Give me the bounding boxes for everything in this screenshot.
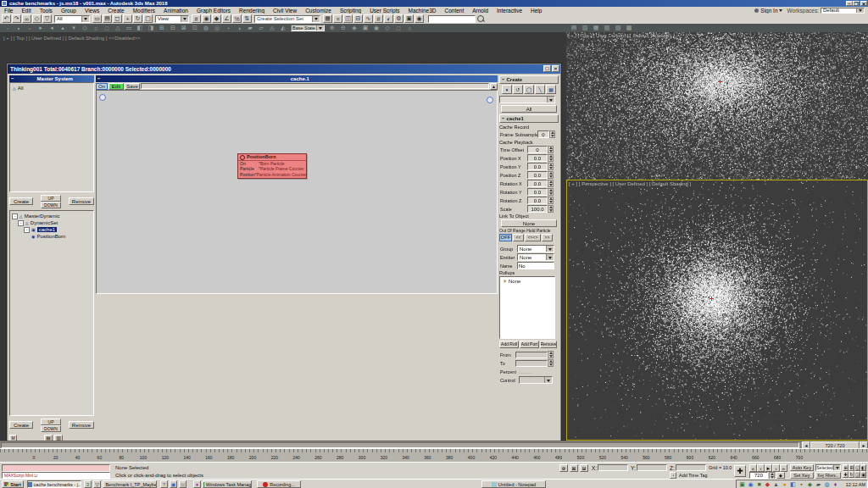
toolbar2-icon[interactable]: ⊠ bbox=[179, 24, 189, 32]
search-input[interactable] bbox=[428, 15, 476, 23]
tray-icon[interactable]: ▪ bbox=[798, 480, 805, 488]
toolbar-icon[interactable]: ⊟ bbox=[353, 14, 363, 23]
off-toggle[interactable]: OFF bbox=[499, 234, 512, 241]
thinking-particles-window[interactable]: Thinking001 Total:0040617 Branch:0000000… bbox=[7, 64, 561, 442]
toolbar2-icon[interactable]: ○ bbox=[91, 24, 101, 32]
viewport-nav-icon[interactable]: ↻ bbox=[849, 471, 854, 478]
node-input-label[interactable]: Position bbox=[238, 173, 255, 177]
auto-key-button[interactable]: Auto Key bbox=[790, 464, 814, 471]
menu-item[interactable]: Arnold bbox=[468, 8, 492, 14]
parameter-field[interactable]: 0.0 bbox=[527, 180, 548, 187]
tray-icon[interactable]: ◆ bbox=[764, 480, 771, 488]
wire-port-icon[interactable] bbox=[487, 97, 493, 103]
toolbar-icon[interactable]: ▤ bbox=[103, 14, 112, 23]
menu-item[interactable]: Group bbox=[57, 8, 81, 14]
menu-item[interactable]: Rendering bbox=[235, 8, 269, 14]
taskbar-icon[interactable]: ▣ bbox=[170, 480, 177, 488]
selection-filter-select[interactable]: All bbox=[54, 15, 90, 23]
toolbar-icon[interactable]: ↶ bbox=[2, 14, 11, 23]
sign-in-button[interactable]: Sign In bbox=[753, 7, 785, 14]
tray-icon[interactable]: ● bbox=[781, 480, 788, 488]
toolbar2-icon[interactable]: ▩ bbox=[624, 24, 634, 32]
viewport-label[interactable]: [ + ] [ Perspective ] [ User Defined ] [… bbox=[569, 181, 691, 186]
toolbar2-icon[interactable]: ▨ bbox=[613, 24, 623, 32]
current-frame-field[interactable]: 720 bbox=[749, 472, 768, 479]
percent-track[interactable]: .......... bbox=[519, 369, 531, 374]
toolbar-icon[interactable]: # bbox=[374, 14, 383, 23]
y-coordinate-field[interactable] bbox=[637, 464, 667, 471]
toolbar-icon[interactable]: ◐ bbox=[384, 14, 393, 23]
toolbar2-icon[interactable]: ▧ bbox=[602, 24, 612, 32]
parameter-field[interactable]: 0.0 bbox=[527, 163, 548, 170]
time-tag-icon[interactable]: ◔ bbox=[670, 472, 676, 479]
toolbar2-icon[interactable]: ▰ bbox=[245, 24, 255, 32]
toolbar2-icon[interactable]: ◭ bbox=[278, 24, 288, 32]
toolbar-icon[interactable]: % bbox=[232, 14, 242, 23]
taskbar-icon[interactable]: ▽ bbox=[93, 480, 101, 488]
create-filter-select[interactable] bbox=[499, 96, 555, 103]
create-tool-icon[interactable]: ▦ bbox=[546, 85, 556, 94]
create-tool-icon[interactable]: ↺ bbox=[513, 85, 523, 94]
control-select[interactable] bbox=[519, 376, 553, 384]
menu-item[interactable]: Animation bbox=[159, 8, 192, 14]
toolbar-icon[interactable]: ◉ bbox=[415, 14, 424, 23]
toolbar2-icon[interactable]: ▤ bbox=[569, 24, 579, 32]
menu-item[interactable]: Views bbox=[81, 8, 103, 14]
expand-icon[interactable]: - bbox=[12, 214, 18, 219]
toolbar2-icon[interactable]: ▾ bbox=[69, 24, 79, 32]
isolate-selection-icon[interactable]: ⊕ bbox=[559, 464, 568, 472]
node-input-value[interactable]: *Particle Animation Counter bbox=[255, 173, 307, 177]
menu-item[interactable]: File bbox=[0, 8, 17, 14]
menu-item[interactable]: Help bbox=[526, 8, 546, 14]
rollup-list-item[interactable]: ✳ None bbox=[500, 277, 554, 285]
menu-item[interactable]: Civil View bbox=[269, 8, 301, 14]
key-mode-icon[interactable]: ◆ bbox=[776, 472, 785, 479]
toolbar-icon[interactable]: ▣ bbox=[404, 14, 414, 23]
node-input-label[interactable]: Particle bbox=[238, 167, 259, 171]
viewport-nav-icon[interactable]: ⊞ bbox=[849, 464, 854, 471]
up-button[interactable]: UP bbox=[41, 419, 61, 425]
toolbar-icon[interactable]: ◆ bbox=[212, 14, 221, 23]
collapse-icon[interactable]: − bbox=[96, 76, 103, 81]
go-to-start-button[interactable]: « bbox=[749, 464, 757, 472]
spinner-control[interactable] bbox=[548, 188, 554, 196]
toolbar2-icon[interactable]: ▣ bbox=[360, 24, 370, 32]
toolbar2-icon[interactable]: ▸ bbox=[36, 24, 46, 32]
down-button[interactable]: DOWN bbox=[41, 202, 61, 208]
spinner-control[interactable] bbox=[548, 205, 554, 213]
scroll-up-icon[interactable]: ▴ bbox=[490, 83, 498, 90]
toolbar2-icon[interactable]: ◔ bbox=[223, 24, 233, 32]
spinner-control[interactable] bbox=[548, 197, 554, 204]
toolbar-icon[interactable]: ▭ bbox=[92, 14, 102, 23]
toolbar-icon[interactable]: ⇅ bbox=[242, 14, 252, 23]
rollups-listbox[interactable]: ✳ None bbox=[499, 276, 555, 339]
toolbar-icon[interactable]: ↻ bbox=[133, 14, 142, 23]
toolbar-icon[interactable]: ∞ bbox=[22, 14, 31, 23]
search-icon[interactable] bbox=[477, 15, 484, 22]
toolbar-icon[interactable]: ▽ bbox=[42, 14, 52, 23]
toolbar2-icon[interactable]: ⊟ bbox=[168, 24, 178, 32]
viewport-nav-icon[interactable]: ◧ bbox=[860, 464, 866, 471]
master-system-header[interactable]: − Master System bbox=[9, 75, 94, 82]
spinner-control[interactable] bbox=[549, 130, 555, 138]
schematic-header[interactable]: − cache.1 bbox=[96, 75, 498, 82]
expand-icon[interactable]: - bbox=[24, 227, 30, 233]
viewport-nav-icon[interactable]: ▣ bbox=[860, 471, 866, 478]
toolbar-icon[interactable]: ↷ bbox=[12, 14, 21, 23]
toolbar2-icon[interactable]: ○ bbox=[404, 24, 415, 32]
track-bar[interactable]: 0204060801001201401601802002202402602803… bbox=[0, 448, 868, 463]
create-selection-set-combo[interactable]: Create Selection Set bbox=[254, 15, 320, 23]
toolbar-icon[interactable]: ∿ bbox=[364, 14, 373, 23]
viewport-nav-icon[interactable]: ⊕ bbox=[843, 464, 849, 471]
name-input[interactable] bbox=[517, 262, 554, 269]
create-tool-icon[interactable]: ♦ bbox=[502, 85, 512, 94]
taskbar-icon[interactable]: ? bbox=[160, 480, 168, 488]
window-titlebar[interactable]: cache benchmarks - js.mx18 - v001.max - … bbox=[0, 0, 868, 7]
toolbar2-icon[interactable]: ▱ bbox=[256, 24, 266, 32]
toolbar2-icon[interactable]: ◇ bbox=[80, 24, 90, 32]
menu-item[interactable]: Customize bbox=[301, 8, 336, 14]
wire-port-icon[interactable] bbox=[99, 94, 106, 101]
viewport-perspective[interactable]: [ + ] [ Perspective ] [ User Defined ] [… bbox=[566, 180, 868, 441]
up-button[interactable]: UP bbox=[41, 195, 61, 202]
add-time-tag-button[interactable]: Add Time Tag bbox=[679, 473, 708, 478]
